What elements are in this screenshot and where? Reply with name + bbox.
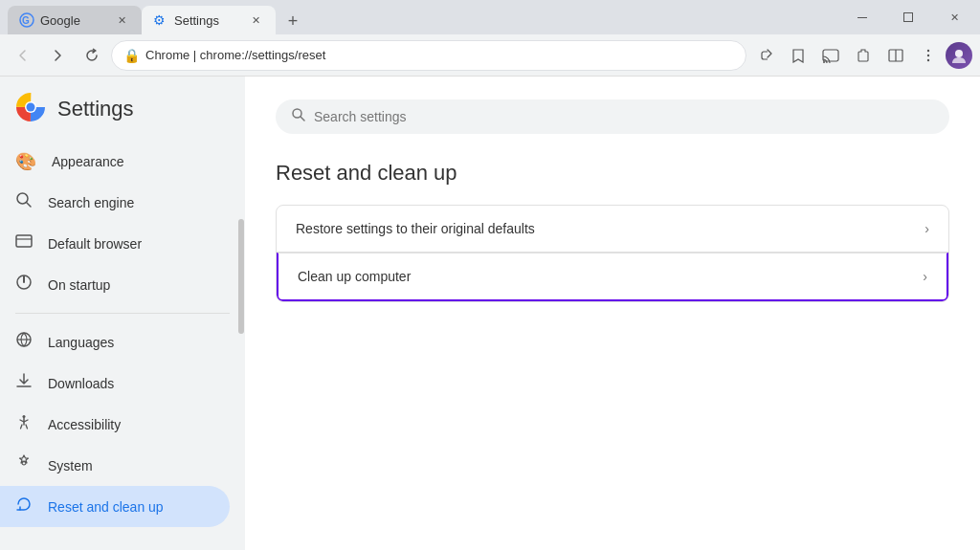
sidebar-item-reset[interactable]: Reset and clean up [0, 486, 230, 527]
page-content: Reset and clean up Restore settings to t… [245, 77, 980, 550]
profile-avatar[interactable] [946, 42, 972, 69]
close-button[interactable]: ✕ [932, 0, 976, 34]
svg-point-17 [27, 103, 35, 112]
tab-strip: G Google ✕ ⚙ Settings ✕ + [0, 6, 836, 34]
tab-google[interactable]: G Google ✕ [8, 6, 142, 34]
svg-rect-3 [904, 13, 913, 22]
window-controls: ✕ [836, 0, 980, 34]
forward-button[interactable] [42, 40, 73, 71]
sidebar-divider-1 [15, 313, 230, 314]
svg-line-19 [27, 203, 31, 207]
search-input[interactable] [314, 109, 934, 124]
svg-point-18 [17, 193, 28, 204]
sidebar-item-downloads[interactable]: Downloads [0, 363, 230, 404]
sidebar-item-languages[interactable]: Languages [0, 321, 230, 363]
address-text: Chrome | chrome://settings/reset [145, 48, 734, 62]
svg-text:G: G [22, 15, 30, 26]
main-content: Settings 🎨 Appearance Search engine Defa… [0, 77, 980, 550]
sidebar: Settings 🎨 Appearance Search engine Defa… [0, 77, 245, 550]
share-button[interactable] [750, 40, 781, 71]
split-screen-button[interactable] [880, 40, 911, 71]
minimize-button[interactable] [840, 0, 884, 34]
toolbar: 🔒 Chrome | chrome://settings/reset [0, 34, 980, 77]
restore-defaults-row[interactable]: Restore settings to their original defau… [277, 206, 948, 253]
sidebar-item-system[interactable]: System [0, 445, 230, 486]
settings-card: Restore settings to their original defau… [276, 205, 949, 302]
settings-favicon: ⚙ [153, 12, 168, 28]
sidebar-item-accessibility[interactable]: Accessibility [0, 404, 230, 445]
title-bar: G Google ✕ ⚙ Settings ✕ + ✕ [0, 0, 980, 34]
tab-google-close[interactable]: ✕ [113, 11, 130, 29]
sidebar-item-system-label: System [48, 458, 93, 473]
bookmark-button[interactable] [783, 40, 813, 71]
reload-button[interactable] [77, 40, 107, 71]
languages-icon [15, 331, 33, 353]
sidebar-item-appearance-label: Appearance [52, 154, 124, 169]
page-title: Reset and clean up [276, 161, 949, 186]
tab-settings-close[interactable]: ✕ [247, 11, 264, 29]
clean-up-computer-text: Clean up computer [298, 269, 923, 284]
tab-settings-title: Settings [174, 13, 241, 28]
back-button[interactable] [8, 40, 38, 71]
sidebar-item-search-engine[interactable]: Search engine [0, 182, 230, 223]
address-bar[interactable]: 🔒 Chrome | chrome://settings/reset [111, 40, 746, 71]
restore-defaults-text: Restore settings to their original defau… [296, 221, 924, 236]
clean-up-computer-arrow: › [923, 269, 927, 284]
on-startup-icon [15, 274, 33, 296]
sidebar-item-reset-label: Reset and clean up [48, 499, 164, 515]
svg-point-9 [927, 54, 929, 55]
sidebar-item-downloads-label: Downloads [48, 376, 114, 391]
sidebar-item-default-browser-label: Default browser [48, 236, 142, 252]
sidebar-header: Settings [0, 84, 245, 142]
search-icon [291, 107, 306, 126]
search-bar[interactable] [276, 99, 949, 134]
svg-rect-20 [16, 235, 32, 247]
menu-button[interactable] [913, 40, 944, 71]
sidebar-item-on-startup[interactable]: On startup [0, 264, 230, 305]
svg-rect-2 [858, 17, 867, 18]
downloads-icon [15, 372, 33, 394]
svg-point-10 [927, 58, 929, 60]
chromecast-button[interactable] [815, 40, 846, 71]
sidebar-title: Settings [57, 97, 134, 121]
restore-defaults-arrow: › [924, 221, 929, 236]
sidebar-item-appearance[interactable]: 🎨 Appearance [0, 142, 230, 182]
sidebar-item-search-engine-label: Search engine [48, 195, 134, 210]
sidebar-item-on-startup-label: On startup [48, 277, 110, 293]
maximize-button[interactable] [886, 0, 930, 34]
lock-icon: 🔒 [123, 48, 140, 63]
reset-icon [15, 495, 33, 517]
sidebar-scrollbar[interactable] [237, 77, 245, 550]
default-browser-icon [15, 232, 33, 254]
svg-point-11 [955, 50, 963, 57]
tab-settings[interactable]: ⚙ Settings ✕ [142, 6, 276, 34]
new-tab-button[interactable]: + [279, 8, 306, 34]
tab-google-title: Google [40, 13, 107, 28]
svg-line-31 [301, 117, 304, 121]
system-icon [15, 454, 33, 476]
extensions-button[interactable] [848, 40, 879, 71]
appearance-icon: 🎨 [15, 151, 36, 172]
clean-up-computer-row[interactable]: Clean up computer › [277, 253, 948, 301]
toolbar-actions [750, 40, 972, 71]
browser-frame: G Google ✕ ⚙ Settings ✕ + ✕ [0, 0, 980, 550]
svg-point-5 [823, 61, 825, 63]
sidebar-item-default-browser[interactable]: Default browser [0, 223, 230, 264]
sidebar-scrollbar-thumb [238, 219, 244, 334]
sidebar-item-languages-label: Languages [48, 335, 114, 350]
svg-point-8 [927, 49, 929, 51]
google-favicon: G [19, 12, 34, 28]
search-engine-icon [15, 191, 33, 213]
accessibility-icon [15, 413, 33, 435]
sidebar-item-accessibility-label: Accessibility [48, 417, 121, 432]
chrome-logo [15, 92, 46, 126]
